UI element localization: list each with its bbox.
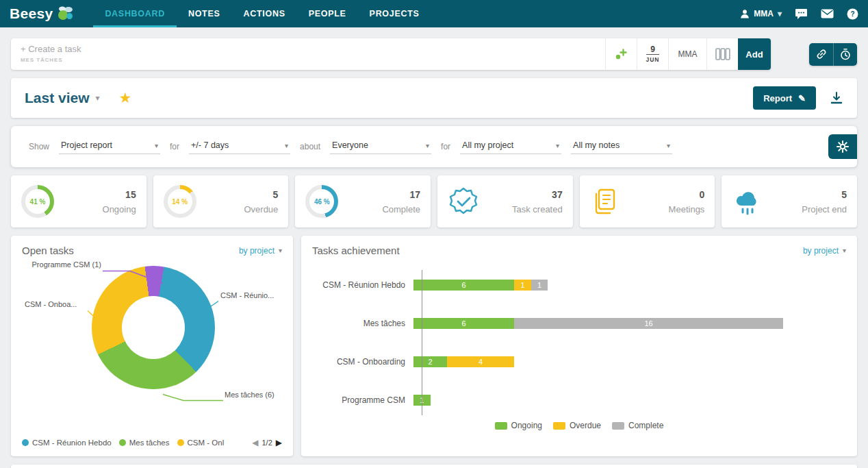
bar-track: 611 — [413, 280, 783, 291]
bar-track: 616 — [413, 318, 783, 329]
link-button[interactable] — [809, 43, 833, 66]
beesy-logo[interactable]: Beesy — [10, 5, 75, 22]
bar-row: CSM - Onboarding24 — [319, 343, 846, 381]
legend-label: Overdue — [570, 421, 601, 430]
chevron-down-icon: ▾ — [843, 247, 846, 254]
user-menu[interactable]: MMA ▾ — [740, 9, 782, 19]
project-column-picker[interactable] — [706, 38, 738, 70]
bar-segment-complete[interactable]: 1 — [531, 280, 548, 291]
open-tasks-title: Open tasks — [22, 245, 74, 256]
meetings-icon — [590, 186, 620, 217]
kpi-card-overdue[interactable]: 14 %5Overdue — [153, 175, 289, 227]
nav-item-actions[interactable]: ACTIONS — [232, 0, 297, 27]
kpi-label: Ongoing — [103, 204, 136, 214]
taskbar-tools — [809, 43, 857, 66]
pie-group-filter-label: by project — [239, 246, 275, 256]
next-section-card — [11, 465, 857, 468]
kpi-gauge-percent: 14 % — [168, 189, 192, 214]
view-header-card: Last view ▾ ★ Report ✎ — [11, 78, 857, 118]
quick-add-button[interactable] — [605, 38, 637, 70]
kpi-card-complete[interactable]: 46 %17Complete — [295, 175, 431, 227]
filter-select-value: Everyone — [332, 140, 368, 150]
kpi-gauge: 41 % — [21, 185, 54, 218]
bar-segment-ongoing[interactable]: 2 — [413, 356, 447, 367]
filter-select-3[interactable]: Everyone▾ — [330, 139, 431, 154]
kpi-card-meetings[interactable]: 0Meetings — [580, 175, 715, 227]
legend-item: Overdue — [553, 421, 601, 430]
nav-item-notes[interactable]: NOTES — [177, 0, 232, 27]
tasks-achievement-title: Tasks achievement — [312, 245, 400, 256]
filter-controls: ShowProject report▾for+/- 7 days▾aboutEv… — [29, 139, 816, 154]
legend-dot — [177, 439, 184, 446]
view-title-chevron-down-icon[interactable]: ▾ — [96, 93, 100, 103]
kpi-text: 0Meetings — [669, 189, 705, 214]
bar-group-filter[interactable]: by project ▾ — [803, 246, 846, 256]
open-tasks-donut[interactable] — [92, 266, 215, 389]
chevron-down-icon: ▾ — [279, 247, 282, 254]
nav-item-projects[interactable]: PROJECTS — [358, 0, 431, 27]
pie-legend: CSM - Réunion HebdoMes tâchesCSM - Onl◀1… — [22, 438, 282, 447]
chevron-down-icon: ▾ — [426, 142, 429, 149]
link-icon — [815, 48, 828, 60]
help-button[interactable]: ? — [847, 8, 858, 20]
chevron-down-icon: ▾ — [155, 142, 158, 149]
report-button[interactable]: Report ✎ — [753, 86, 816, 110]
navbar-right: MMA ▾ ? — [740, 8, 858, 20]
kpi-value: 0 — [669, 189, 705, 200]
filter-prefix-label: about — [300, 142, 320, 151]
bar-category-label: Mes tâches — [319, 319, 413, 328]
top-navbar: Beesy DASHBOARDNOTESACTIONSPEOPLEPROJECT… — [0, 0, 868, 27]
tasks-achievement-header: Tasks achievement by project ▾ — [312, 245, 846, 256]
kpi-card-ongoing[interactable]: 41 %15Ongoing — [11, 175, 146, 227]
bar-segment-ongoing[interactable]: 6 — [413, 280, 514, 291]
view-title[interactable]: Last view — [25, 90, 90, 106]
chat-button[interactable] — [795, 8, 808, 20]
bar-axis — [422, 270, 422, 415]
filter-select-value: Project report — [61, 140, 112, 150]
mail-icon — [821, 9, 834, 19]
bar-segment-complete[interactable]: 16 — [514, 318, 783, 329]
mail-button[interactable] — [821, 9, 834, 19]
assignee-picker[interactable]: MMA — [668, 38, 706, 70]
nav-item-people[interactable]: PEOPLE — [297, 0, 358, 27]
svg-text:?: ? — [850, 10, 854, 18]
kpi-card-task-created[interactable]: 37Task created — [437, 175, 573, 227]
filter-select-4[interactable]: All my project▾ — [460, 139, 561, 154]
chevron-down-icon: ▾ — [285, 142, 288, 149]
timer-icon — [839, 48, 852, 60]
quick-add-icon — [614, 47, 629, 61]
kpi-card-project-end[interactable]: 5Project end — [722, 175, 857, 227]
pie-group-filter[interactable]: by project ▾ — [239, 246, 282, 256]
bar-group-filter-label: by project — [803, 246, 839, 256]
settings-button[interactable] — [828, 134, 857, 159]
favorite-star-icon[interactable]: ★ — [119, 90, 132, 106]
kpi-text: 17Complete — [382, 189, 420, 214]
filter-select-1[interactable]: Project report▾ — [59, 139, 160, 154]
add-task-button[interactable]: Add — [738, 38, 771, 70]
prev-page-icon[interactable]: ◀ — [252, 438, 258, 447]
legend-item: CSM - Réunion Hebdo — [22, 439, 112, 447]
due-date-month: JUN — [646, 56, 659, 63]
user-label: MMA — [754, 9, 774, 19]
timer-button[interactable] — [833, 43, 857, 66]
brand-text: Beesy — [10, 5, 53, 22]
create-task-card: + Create a task MES TÂCHES 9 JUN MMA Add — [11, 38, 771, 70]
kpi-label: Complete — [382, 204, 420, 214]
filter-select-2[interactable]: +/- 7 days▾ — [189, 139, 290, 154]
kpi-label: Overdue — [244, 204, 278, 214]
bar-segment-ongoing[interactable]: 6 — [413, 318, 514, 329]
bar-segment-overdue[interactable]: 1 — [514, 280, 531, 291]
download-button[interactable] — [830, 91, 843, 105]
gear-icon — [836, 140, 850, 153]
create-task-input[interactable]: + Create a task MES TÂCHES — [11, 38, 605, 70]
bar-track: 24 — [413, 356, 783, 367]
bar-segment-overdue[interactable]: 4 — [447, 356, 514, 367]
due-date-picker[interactable]: 9 JUN — [637, 38, 668, 70]
report-label: Report — [763, 93, 792, 103]
filter-select-5[interactable]: All my notes▾ — [571, 139, 672, 154]
help-icon: ? — [847, 8, 858, 20]
kpi-text: 15Ongoing — [103, 189, 136, 214]
legend-label: CSM - Onl — [188, 439, 225, 447]
next-page-icon[interactable]: ▶ — [276, 438, 282, 447]
nav-item-dashboard[interactable]: DASHBOARD — [93, 0, 177, 27]
